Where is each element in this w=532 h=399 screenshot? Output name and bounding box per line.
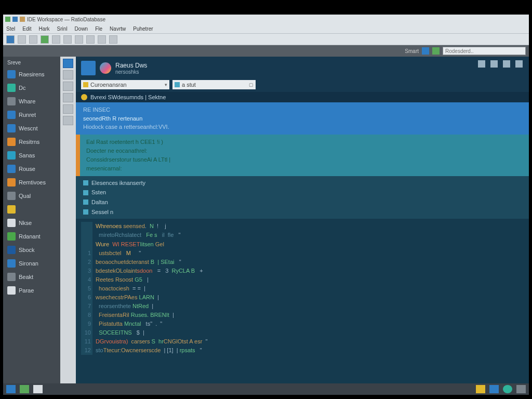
tray-icon[interactable] bbox=[516, 385, 526, 393]
tray-icon[interactable] bbox=[503, 385, 512, 393]
sidebar-item[interactable]: Beakt bbox=[3, 270, 60, 284]
tool-button[interactable] bbox=[98, 35, 106, 44]
sidebar-item[interactable]: Remtivoes bbox=[3, 176, 60, 189]
sidebar-item-label: Runret bbox=[19, 112, 36, 118]
module-icon bbox=[81, 61, 96, 75]
sidebar-item[interactable]: Nkse bbox=[3, 216, 60, 230]
sidebar-item[interactable]: Raesirens bbox=[3, 68, 60, 81]
sidebar-item-icon bbox=[7, 259, 16, 268]
sidebar-item[interactable]: Sironan bbox=[3, 257, 60, 270]
menu-item[interactable]: Edit bbox=[22, 26, 31, 32]
change-gutter bbox=[76, 135, 80, 176]
sidebar-item-label: Wescnt bbox=[19, 125, 37, 131]
sidebar-item[interactable]: Dc bbox=[3, 81, 60, 95]
filter-text: a stut bbox=[182, 82, 196, 88]
sidebar: Sreve RaesirensDcWhareRunretWescntResitr… bbox=[3, 57, 60, 384]
sidebar-item[interactable]: Wescnt bbox=[3, 122, 60, 135]
tool-button[interactable] bbox=[109, 35, 117, 44]
sidebar-item-icon bbox=[7, 165, 16, 173]
sidebar-item[interactable] bbox=[3, 203, 60, 216]
code-line: Wure WI RESETIitsen Gel bbox=[81, 240, 524, 249]
sidebar-item[interactable]: Parae bbox=[3, 284, 60, 297]
action-icon[interactable] bbox=[515, 60, 523, 68]
block-line: Doecter ne eocanathrel: bbox=[86, 147, 523, 155]
editor-panel: Raeus Dws nersoshks Curoenansran ▾ a stu… bbox=[76, 57, 529, 384]
selected-block[interactable]: RE INSEC seonedRth R rertenaun Hiodock c… bbox=[76, 102, 529, 135]
sidebar-item[interactable]: Runret bbox=[3, 108, 60, 122]
tool-button[interactable] bbox=[86, 35, 95, 44]
block-line: mesenicarnal: bbox=[86, 164, 523, 173]
tree-node[interactable]: Daltan bbox=[83, 197, 522, 207]
code-line: 5 hoactociesh = = | bbox=[81, 284, 524, 293]
rail-icon[interactable] bbox=[63, 93, 73, 102]
sidebar-item[interactable]: Rdanant bbox=[3, 230, 60, 243]
window-titlebar: IDE Workspace — RatioDatabase bbox=[3, 15, 529, 24]
search-input[interactable] bbox=[443, 47, 526, 55]
action-icon[interactable] bbox=[490, 60, 498, 68]
action-icon[interactable] bbox=[503, 60, 510, 68]
tool-button[interactable] bbox=[75, 35, 83, 44]
tray-icon[interactable] bbox=[476, 385, 485, 393]
toolbar-icon[interactable] bbox=[422, 47, 429, 55]
tool-button[interactable] bbox=[52, 35, 60, 44]
line-number: 9 bbox=[81, 320, 92, 328]
folder-icon bbox=[83, 82, 88, 87]
sidebar-item[interactable]: Qual bbox=[3, 189, 60, 203]
rail-icon[interactable] bbox=[63, 116, 73, 125]
sidebar-item-icon bbox=[7, 192, 16, 200]
tree-node[interactable]: Sessel n bbox=[83, 207, 522, 217]
rail-icon[interactable] bbox=[63, 82, 73, 91]
header-actions bbox=[478, 60, 523, 68]
sidebar-item-label: Rouse bbox=[19, 166, 35, 172]
tree-node[interactable]: Elesences iknanserty bbox=[83, 178, 522, 188]
hl-line: Hiodock case a retterseanhcl:VVI. bbox=[83, 123, 522, 131]
line-number: 11 bbox=[81, 337, 92, 346]
tool-button[interactable] bbox=[6, 35, 15, 44]
taskbar-icon[interactable] bbox=[6, 385, 16, 393]
tool-button[interactable] bbox=[18, 35, 26, 44]
sidebar-item[interactable]: Sbock bbox=[3, 243, 60, 257]
sidebar-item[interactable]: Rouse bbox=[3, 162, 60, 176]
menu-item[interactable]: Down bbox=[75, 26, 88, 32]
line-number: 4 bbox=[81, 275, 92, 284]
sidebar-item-label: Sbock bbox=[19, 247, 35, 253]
sidebar-item[interactable]: Resitrns bbox=[3, 135, 60, 149]
sidebar-item[interactable]: Sanas bbox=[3, 149, 60, 162]
sidebar-item-icon bbox=[7, 70, 16, 78]
menu-item[interactable]: Fle bbox=[95, 26, 102, 32]
path-combo[interactable]: Curoenansran ▾ bbox=[81, 80, 169, 89]
filter-combo[interactable]: a stut ▢ bbox=[172, 80, 256, 89]
path-text: Curoenansran bbox=[90, 82, 127, 88]
tree-node[interactable]: Ssten bbox=[83, 188, 522, 197]
taskbar bbox=[3, 383, 529, 395]
line-number bbox=[81, 231, 92, 240]
menu-item[interactable]: Navrtw bbox=[110, 26, 126, 32]
rail-icon[interactable] bbox=[63, 70, 73, 79]
action-icon[interactable] bbox=[478, 60, 485, 68]
tool-button[interactable] bbox=[41, 35, 49, 44]
tool-button[interactable] bbox=[29, 35, 37, 44]
chevron-down-icon: ▾ bbox=[165, 82, 167, 87]
line-number: 2 bbox=[81, 258, 92, 267]
sidebar-item-icon bbox=[7, 286, 16, 295]
app-icon bbox=[5, 17, 10, 22]
menu-item[interactable]: Hark bbox=[38, 26, 49, 32]
taskbar-icon[interactable] bbox=[20, 385, 29, 393]
menu-item[interactable]: Puhetrer bbox=[133, 26, 153, 32]
menu-item[interactable]: Srinl bbox=[57, 26, 68, 32]
rail-icon[interactable] bbox=[63, 104, 73, 114]
toolbar-icon[interactable] bbox=[432, 47, 440, 55]
tray-icon[interactable] bbox=[489, 385, 499, 393]
code-editor[interactable]: Whrenoes seensed. N ! j miretoRchslatect… bbox=[76, 219, 529, 384]
taskbar-icon[interactable] bbox=[33, 385, 43, 393]
breadcrumb: Bvrexi SWdesumnds | Sektne bbox=[76, 92, 529, 102]
code-line: 1 ustsbctel M " bbox=[81, 249, 524, 258]
hl-line: seonedRth R rertenaun bbox=[83, 114, 522, 123]
sidebar-item[interactable]: Whare bbox=[3, 95, 60, 108]
tree-label: Ssten bbox=[91, 188, 106, 197]
menu-item[interactable]: Stel bbox=[6, 26, 15, 32]
tool-button[interactable] bbox=[63, 35, 72, 44]
sidebar-item-label: Dc bbox=[19, 85, 25, 91]
rail-icon[interactable] bbox=[63, 59, 73, 68]
code-line: 9 Pistatutta Mnctal ts" . " bbox=[81, 320, 524, 328]
